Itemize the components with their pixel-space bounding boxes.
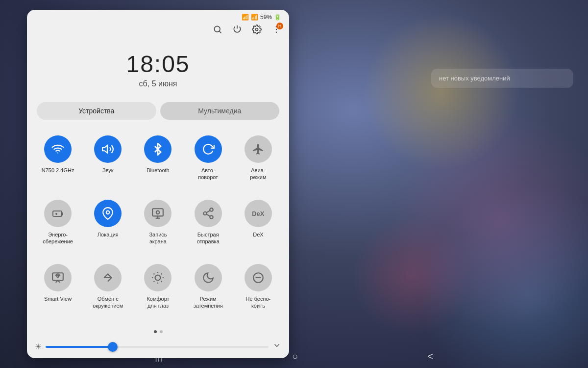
bluetooth-tile-label: Bluetooth xyxy=(147,167,169,174)
dnd-tile-icon xyxy=(245,264,272,291)
svg-line-18 xyxy=(206,214,210,216)
tab-media[interactable]: Мультимедиа xyxy=(160,102,280,120)
menu-button[interactable]: H xyxy=(271,25,281,37)
eye-comfort-tile-icon xyxy=(144,264,172,291)
tab-devices[interactable]: Устройства xyxy=(37,102,156,120)
back-button[interactable]: < xyxy=(419,347,441,366)
autorotate-tile-label: Авто-поворот xyxy=(198,167,218,181)
tile-bluetooth[interactable]: Bluetooth xyxy=(133,130,183,194)
status-bar: 📶 📶 59% 🔋 xyxy=(27,10,289,23)
tile-dex[interactable]: DeX DeX xyxy=(233,194,283,258)
tile-airplane[interactable]: Авиа-режим xyxy=(233,130,283,194)
tile-dim[interactable]: Режимзатемнения xyxy=(183,258,233,322)
svg-point-15 xyxy=(210,208,213,211)
bluetooth-status-icon: 📶 xyxy=(242,14,249,21)
svg-line-29 xyxy=(154,281,155,282)
sound-tile-icon xyxy=(94,135,122,163)
wifi-tile-label: N750 2.4GHz xyxy=(42,167,74,174)
brightness-low-icon: ☀ xyxy=(35,342,42,351)
dot-2 xyxy=(160,330,163,333)
sound-tile-label: Звук xyxy=(102,167,114,174)
svg-rect-11 xyxy=(153,209,164,216)
dex-tile-icon: DeX xyxy=(245,200,272,227)
svg-line-26 xyxy=(161,281,162,282)
quick-share-tile-icon xyxy=(195,200,222,227)
screen-record-tile-label: Записьэкрана xyxy=(149,231,167,245)
location-tile-label: Локация xyxy=(98,231,119,238)
screen-record-tile-icon xyxy=(144,200,172,227)
quick-settings-panel: 📶 📶 59% 🔋 H 18:05 сб, 5 июня Устройства … xyxy=(27,10,289,358)
tile-quick-share[interactable]: Быстраяотправка xyxy=(183,194,233,258)
panel-header: H xyxy=(27,23,289,41)
battery-save-tile-label: Энерго-сбережение xyxy=(43,231,73,245)
clock-date: сб, 5 июня xyxy=(27,79,289,88)
tile-dnd[interactable]: Не беспо-коить xyxy=(233,258,283,322)
svg-line-19 xyxy=(206,210,210,212)
quick-tiles-grid: N750 2.4GHz Звук Bluetooth Авто-поворот xyxy=(27,126,289,326)
battery-icon: 🔋 xyxy=(274,14,281,21)
nearby-share-tile-label: Обмен сокружением xyxy=(93,295,123,310)
settings-button[interactable] xyxy=(252,25,262,37)
tile-location[interactable]: Локация xyxy=(83,194,133,258)
wifi-tile-icon xyxy=(44,135,72,163)
svg-point-4 xyxy=(276,29,277,30)
expand-brightness-button[interactable] xyxy=(272,341,281,352)
brightness-thumb[interactable] xyxy=(108,342,118,352)
clock-section: 18:05 сб, 5 июня xyxy=(27,41,289,96)
status-icons: 📶 📶 59% 🔋 xyxy=(242,14,281,21)
clock-time: 18:05 xyxy=(27,51,289,78)
svg-line-30 xyxy=(161,274,162,275)
tile-wifi[interactable]: N750 2.4GHz xyxy=(33,130,83,194)
tabs-row: Устройства Мультимедиа xyxy=(37,102,279,120)
svg-point-22 xyxy=(155,275,161,281)
quick-share-tile-label: Быстраяотправка xyxy=(197,231,220,245)
brightness-slider[interactable] xyxy=(46,346,269,348)
tile-sound[interactable]: Звук xyxy=(83,130,133,194)
smart-view-tile-icon xyxy=(44,264,72,291)
bluetooth-tile-icon xyxy=(144,135,172,163)
pagination-dots xyxy=(27,326,289,337)
battery-text: 59% xyxy=(260,14,272,21)
svg-line-25 xyxy=(154,274,155,275)
svg-point-21 xyxy=(57,275,59,277)
autorotate-tile-icon xyxy=(195,135,222,163)
tile-battery-save[interactable]: Энерго-сбережение xyxy=(33,194,83,258)
tile-eye-comfort[interactable]: Комфортдля глаз xyxy=(133,258,183,322)
tile-nearby-share[interactable]: Обмен сокружением xyxy=(83,258,133,322)
wifi-status-icon: 📶 xyxy=(251,14,258,21)
airplane-tile-label: Авиа-режим xyxy=(250,167,266,181)
tile-autorotate[interactable]: Авто-поворот xyxy=(183,130,233,194)
tile-screen-record[interactable]: Записьэкрана xyxy=(133,194,183,258)
notification-badge: H xyxy=(276,23,283,29)
nearby-share-tile-icon xyxy=(94,264,122,291)
search-button[interactable] xyxy=(213,25,222,37)
tile-smart-view[interactable]: Smart View xyxy=(33,258,83,322)
svg-point-10 xyxy=(106,211,110,214)
svg-point-16 xyxy=(203,212,207,215)
battery-save-tile-icon xyxy=(44,200,72,227)
location-tile-icon xyxy=(94,200,122,227)
svg-point-2 xyxy=(256,28,258,31)
airplane-tile-icon xyxy=(245,135,272,163)
brightness-row: ☀ xyxy=(27,337,289,358)
svg-marker-6 xyxy=(102,145,107,153)
dim-tile-label: Режимзатемнения xyxy=(194,295,223,310)
eye-comfort-tile-label: Комфортдля глаз xyxy=(147,295,169,310)
svg-line-1 xyxy=(220,31,221,33)
dnd-tile-label: Не беспо-коить xyxy=(246,295,271,310)
notification-text: нет новых уведомлений xyxy=(439,75,510,82)
dex-tile-label: DeX xyxy=(253,231,263,238)
svg-point-14 xyxy=(156,211,160,214)
dot-1 xyxy=(154,330,157,333)
svg-point-0 xyxy=(214,26,220,32)
notification-card: нет новых уведомлений xyxy=(431,69,573,88)
smart-view-tile-label: Smart View xyxy=(44,295,72,302)
svg-point-5 xyxy=(276,32,277,33)
power-button[interactable] xyxy=(232,25,242,37)
svg-point-17 xyxy=(210,215,213,219)
dim-tile-icon xyxy=(195,264,222,291)
